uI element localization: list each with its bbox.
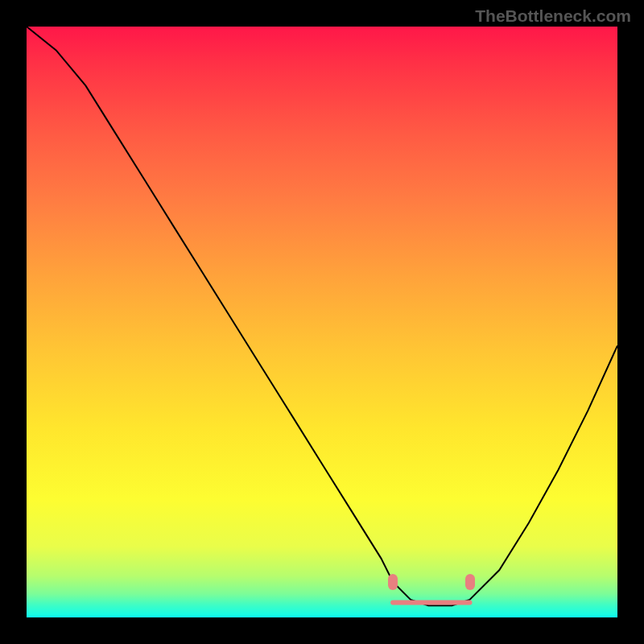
chart-marker-0 [388,574,398,590]
bottleneck-curve-path [27,27,617,605]
chart-curve-svg [27,27,617,617]
attribution-text: TheBottleneck.com [475,6,631,26]
chart-marker-1 [465,574,475,590]
chart-plot-area [27,27,617,617]
